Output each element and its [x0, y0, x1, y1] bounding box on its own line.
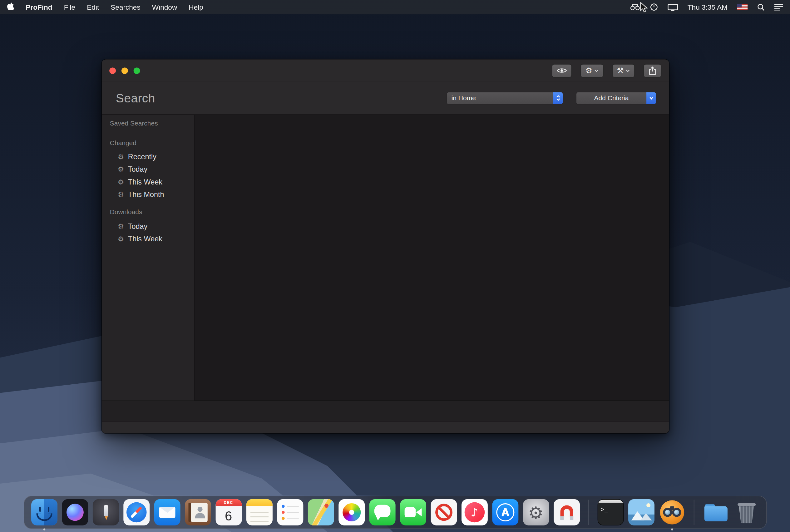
share-icon	[649, 66, 656, 75]
dock-app-magnet[interactable]	[553, 499, 580, 526]
facetime-icon	[400, 499, 426, 526]
dock-app-finder[interactable]	[31, 499, 57, 526]
menubar-menu-window[interactable]: Window	[152, 3, 177, 11]
menubar-menu-help[interactable]: Help	[189, 3, 203, 11]
minimize-button[interactable]	[121, 67, 128, 74]
profind-window: ⚙ ⚒	[102, 59, 669, 433]
dock-app-contacts[interactable]	[185, 499, 211, 526]
menubar-app-name[interactable]: ProFind	[25, 3, 52, 11]
dock-app-prohibited-sign[interactable]	[431, 499, 457, 526]
page-title: Search	[116, 91, 155, 105]
zoom-button[interactable]	[134, 67, 140, 74]
sidebar-item-changed-today[interactable]: ⚙ Today	[102, 164, 194, 174]
traffic-lights	[109, 67, 140, 74]
profind-icon	[659, 499, 685, 526]
circle-status-icon[interactable]	[650, 3, 658, 11]
running-indicator	[671, 529, 673, 530]
menubar-menu-searches[interactable]: Searches	[111, 3, 140, 11]
maps-icon	[307, 499, 334, 526]
dock-app-photos[interactable]	[338, 499, 364, 526]
dock-app-preview[interactable]	[628, 499, 654, 526]
running-indicator	[43, 529, 45, 530]
sidebar-saved-searches-label: Saved Searches	[110, 118, 158, 128]
prohibited-sign-icon	[431, 499, 457, 526]
notification-center-icon[interactable]	[774, 4, 783, 10]
dock-app-messages[interactable]	[369, 499, 395, 526]
gear-icon: ⚙	[117, 191, 125, 198]
menubar-clock[interactable]: Thu 3:35 AM	[688, 3, 728, 11]
trash-icon	[733, 499, 759, 526]
results-area	[194, 115, 669, 401]
binoculars-icon[interactable]	[629, 3, 640, 11]
share-button[interactable]	[643, 64, 661, 77]
input-source-us-flag-icon[interactable]	[737, 4, 748, 10]
gear-icon: ⚙	[117, 223, 125, 230]
eye-icon	[557, 68, 567, 73]
add-criteria-label: Add Criteria	[577, 92, 646, 104]
scope-value: in Home	[447, 92, 553, 104]
reminders-icon	[277, 499, 303, 526]
dock-folder-downloads[interactable]	[702, 499, 729, 526]
music-icon: ♪	[461, 499, 487, 526]
terminal-prompt: >_	[601, 506, 608, 513]
safari-icon	[123, 499, 150, 526]
sidebar-item-downloads-today[interactable]: ⚙ Today	[102, 221, 194, 232]
tools-menu-button[interactable]: ⚒	[612, 64, 635, 77]
spotlight-search-icon[interactable]	[757, 3, 765, 11]
dock-app-app-store[interactable]	[492, 499, 518, 526]
dock-app-facetime[interactable]	[400, 499, 426, 526]
dock-app-launchpad[interactable]	[92, 499, 119, 526]
sidebar-item-changed-this-month[interactable]: ⚙ This Month	[102, 189, 194, 200]
dock-app-siri[interactable]	[62, 499, 88, 526]
action-menu-button[interactable]: ⚙	[581, 64, 603, 77]
chevron-down-icon	[626, 69, 630, 72]
sidebar: Saved Searches Changed ⚙ Recently ⚙ Toda…	[102, 115, 194, 401]
dock-app-notes[interactable]	[246, 499, 272, 526]
dock-separator	[694, 500, 694, 525]
folder-icon	[702, 499, 729, 526]
calendar-icon: DEC 6	[215, 499, 242, 526]
gear-icon: ⚙	[117, 178, 125, 186]
dock-app-maps[interactable]	[307, 499, 334, 526]
launchpad-icon	[92, 499, 119, 526]
chevron-down-icon	[594, 69, 598, 72]
gear-icon: ⚙	[117, 235, 125, 243]
sidebar-item-label: This Week	[128, 178, 162, 186]
dock-trash[interactable]	[733, 499, 759, 526]
search-scope-popup[interactable]: in Home	[447, 92, 563, 104]
gear-icon: ⚙	[117, 153, 125, 160]
sidebar-item-changed-this-week[interactable]: ⚙ This Week	[102, 176, 194, 187]
dock-app-mail[interactable]	[154, 499, 180, 526]
dock-app-profind[interactable]	[659, 499, 685, 526]
notes-icon	[246, 499, 272, 526]
dock-app-terminal[interactable]: >_	[597, 499, 624, 526]
dock-app-music[interactable]: ♪	[461, 499, 487, 526]
dock-app-system-preferences[interactable]: ⚙	[523, 499, 549, 526]
search-header: Search in Home Add Criteria	[102, 81, 669, 115]
sidebar-item-changed-recently[interactable]: ⚙ Recently	[102, 151, 194, 162]
window-titlebar[interactable]: ⚙ ⚒	[102, 59, 669, 81]
preview-icon	[628, 499, 654, 526]
sidebar-item-downloads-this-week[interactable]: ⚙ This Week	[102, 233, 194, 244]
sidebar-group-changed-label: Changed	[110, 138, 136, 148]
gear-icon: ⚙	[117, 166, 125, 173]
dock-app-safari[interactable]	[123, 499, 150, 526]
dock-app-reminders[interactable]	[277, 499, 303, 526]
sidebar-item-label: This Month	[128, 190, 164, 198]
apple-menu-icon[interactable]	[7, 2, 14, 12]
menubar-menu-file[interactable]: File	[64, 3, 75, 11]
preview-toggle-button[interactable]	[552, 64, 572, 77]
mail-icon	[154, 499, 180, 526]
photos-icon	[338, 499, 364, 526]
add-criteria-popup[interactable]: Add Criteria	[576, 92, 656, 104]
terminal-icon: >_	[597, 499, 624, 526]
magnet-icon	[553, 499, 580, 526]
close-button[interactable]	[109, 67, 116, 74]
chevron-down-icon	[646, 92, 656, 104]
dock-app-calendar[interactable]: DEC 6	[215, 499, 242, 526]
mouse-cursor	[640, 2, 648, 15]
menubar-menu-edit[interactable]: Edit	[87, 3, 99, 11]
display-icon[interactable]	[667, 3, 678, 11]
status-bar	[102, 401, 669, 422]
messages-icon	[369, 499, 395, 526]
